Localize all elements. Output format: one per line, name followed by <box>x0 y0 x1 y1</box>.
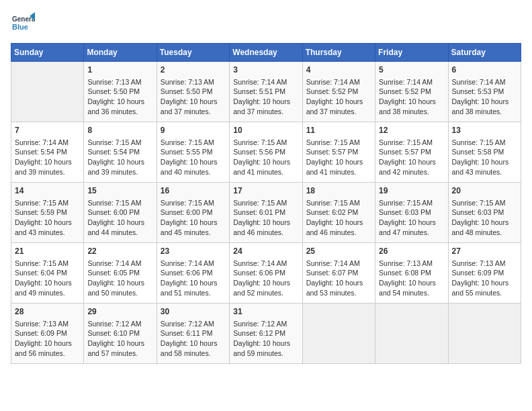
header: General Blue <box>11 11 521 35</box>
day-number: 5 <box>379 64 444 76</box>
day-info: Sunrise: 7:14 AMSunset: 5:54 PMDaylight:… <box>15 138 80 177</box>
calendar-header: SundayMondayTuesdayWednesdayThursdayFrid… <box>11 44 521 62</box>
weekday-header: Saturday <box>448 44 521 62</box>
day-number: 29 <box>87 306 152 318</box>
calendar-cell: 19Sunrise: 7:15 AMSunset: 6:03 PMDayligh… <box>375 183 448 243</box>
calendar-cell: 11Sunrise: 7:15 AMSunset: 5:57 PMDayligh… <box>302 122 375 183</box>
day-info: Sunrise: 7:15 AMSunset: 5:55 PMDaylight:… <box>161 138 226 177</box>
calendar-week-row: 28Sunrise: 7:13 AMSunset: 6:09 PMDayligh… <box>11 304 521 364</box>
day-number: 31 <box>233 306 298 318</box>
calendar-cell: 16Sunrise: 7:15 AMSunset: 6:00 PMDayligh… <box>157 183 229 243</box>
weekday-header: Wednesday <box>230 44 302 62</box>
day-number: 4 <box>306 64 371 76</box>
weekday-header: Tuesday <box>157 44 229 62</box>
calendar-table: SundayMondayTuesdayWednesdayThursdayFrid… <box>11 43 521 364</box>
day-info: Sunrise: 7:12 AMSunset: 6:12 PMDaylight:… <box>233 319 298 359</box>
calendar-cell: 6Sunrise: 7:14 AMSunset: 5:53 PMDaylight… <box>448 62 521 122</box>
weekday-header: Monday <box>84 44 157 62</box>
calendar-week-row: 21Sunrise: 7:15 AMSunset: 6:04 PMDayligh… <box>11 243 521 304</box>
day-info: Sunrise: 7:12 AMSunset: 6:11 PMDaylight:… <box>161 319 226 359</box>
calendar-week-row: 1Sunrise: 7:13 AMSunset: 5:50 PMDaylight… <box>11 62 521 122</box>
day-number: 19 <box>379 185 444 197</box>
day-info: Sunrise: 7:14 AMSunset: 6:05 PMDaylight:… <box>87 259 152 298</box>
day-info: Sunrise: 7:13 AMSunset: 5:50 PMDaylight:… <box>87 77 152 117</box>
calendar-cell: 9Sunrise: 7:15 AMSunset: 5:55 PMDaylight… <box>157 122 229 183</box>
calendar-cell: 31Sunrise: 7:12 AMSunset: 6:12 PMDayligh… <box>230 304 302 364</box>
day-number: 21 <box>15 246 80 257</box>
day-number: 20 <box>452 185 517 197</box>
day-info: Sunrise: 7:15 AMSunset: 5:54 PMDaylight:… <box>87 138 152 177</box>
calendar-cell <box>448 304 521 364</box>
day-number: 22 <box>87 246 152 257</box>
day-number: 11 <box>306 125 371 136</box>
day-info: Sunrise: 7:15 AMSunset: 6:01 PMDaylight:… <box>233 198 298 238</box>
day-info: Sunrise: 7:14 AMSunset: 5:51 PMDaylight:… <box>233 77 298 117</box>
calendar-cell: 30Sunrise: 7:12 AMSunset: 6:11 PMDayligh… <box>157 304 229 364</box>
calendar-cell: 22Sunrise: 7:14 AMSunset: 6:05 PMDayligh… <box>84 243 157 304</box>
day-number: 16 <box>161 185 226 197</box>
calendar-cell: 4Sunrise: 7:14 AMSunset: 5:52 PMDaylight… <box>302 62 375 122</box>
weekday-header: Friday <box>375 44 448 62</box>
day-info: Sunrise: 7:13 AMSunset: 6:09 PMDaylight:… <box>15 319 80 359</box>
calendar-cell: 13Sunrise: 7:15 AMSunset: 5:58 PMDayligh… <box>448 122 521 183</box>
day-info: Sunrise: 7:14 AMSunset: 6:06 PMDaylight:… <box>233 259 298 298</box>
weekday-header: Thursday <box>302 44 375 62</box>
day-number: 2 <box>161 64 226 76</box>
calendar-cell: 18Sunrise: 7:15 AMSunset: 6:02 PMDayligh… <box>302 183 375 243</box>
calendar-cell: 21Sunrise: 7:15 AMSunset: 6:04 PMDayligh… <box>11 243 84 304</box>
day-info: Sunrise: 7:13 AMSunset: 5:50 PMDaylight:… <box>161 77 226 117</box>
day-info: Sunrise: 7:14 AMSunset: 6:06 PMDaylight:… <box>161 259 226 298</box>
calendar-cell: 23Sunrise: 7:14 AMSunset: 6:06 PMDayligh… <box>157 243 229 304</box>
day-info: Sunrise: 7:14 AMSunset: 5:53 PMDaylight:… <box>452 77 517 117</box>
day-info: Sunrise: 7:15 AMSunset: 6:00 PMDaylight:… <box>161 198 226 238</box>
day-number: 14 <box>15 185 80 197</box>
calendar-cell: 1Sunrise: 7:13 AMSunset: 5:50 PMDaylight… <box>84 62 157 122</box>
calendar-week-row: 14Sunrise: 7:15 AMSunset: 5:59 PMDayligh… <box>11 183 521 243</box>
day-number: 25 <box>306 246 371 257</box>
day-info: Sunrise: 7:14 AMSunset: 5:52 PMDaylight:… <box>379 77 444 117</box>
logo-icon: General Blue <box>11 11 35 35</box>
calendar-cell: 17Sunrise: 7:15 AMSunset: 6:01 PMDayligh… <box>230 183 302 243</box>
day-number: 10 <box>233 125 298 136</box>
day-number: 18 <box>306 185 371 197</box>
day-info: Sunrise: 7:14 AMSunset: 6:07 PMDaylight:… <box>306 259 371 298</box>
day-info: Sunrise: 7:15 AMSunset: 5:57 PMDaylight:… <box>306 138 371 177</box>
day-number: 8 <box>87 125 152 136</box>
day-info: Sunrise: 7:15 AMSunset: 5:56 PMDaylight:… <box>233 138 298 177</box>
day-number: 28 <box>15 306 80 318</box>
calendar-cell: 5Sunrise: 7:14 AMSunset: 5:52 PMDaylight… <box>375 62 448 122</box>
day-number: 23 <box>161 246 226 257</box>
calendar-week-row: 7Sunrise: 7:14 AMSunset: 5:54 PMDaylight… <box>11 122 521 183</box>
day-number: 24 <box>233 246 298 257</box>
calendar-cell: 20Sunrise: 7:15 AMSunset: 6:03 PMDayligh… <box>448 183 521 243</box>
day-number: 15 <box>87 185 152 197</box>
calendar-cell: 15Sunrise: 7:15 AMSunset: 6:00 PMDayligh… <box>84 183 157 243</box>
day-info: Sunrise: 7:13 AMSunset: 6:08 PMDaylight:… <box>379 259 444 298</box>
calendar-cell: 28Sunrise: 7:13 AMSunset: 6:09 PMDayligh… <box>11 304 84 364</box>
day-number: 17 <box>233 185 298 197</box>
day-info: Sunrise: 7:15 AMSunset: 5:57 PMDaylight:… <box>379 138 444 177</box>
calendar-cell: 27Sunrise: 7:13 AMSunset: 6:09 PMDayligh… <box>448 243 521 304</box>
calendar-cell: 7Sunrise: 7:14 AMSunset: 5:54 PMDaylight… <box>11 122 84 183</box>
day-number: 1 <box>87 64 152 76</box>
day-number: 30 <box>161 306 226 318</box>
calendar-cell: 14Sunrise: 7:15 AMSunset: 5:59 PMDayligh… <box>11 183 84 243</box>
day-info: Sunrise: 7:13 AMSunset: 6:09 PMDaylight:… <box>452 259 517 298</box>
day-info: Sunrise: 7:15 AMSunset: 6:02 PMDaylight:… <box>306 198 371 238</box>
day-info: Sunrise: 7:15 AMSunset: 6:04 PMDaylight:… <box>15 259 80 298</box>
day-info: Sunrise: 7:15 AMSunset: 5:59 PMDaylight:… <box>15 198 80 238</box>
day-info: Sunrise: 7:12 AMSunset: 6:10 PMDaylight:… <box>87 319 152 359</box>
calendar-cell: 3Sunrise: 7:14 AMSunset: 5:51 PMDaylight… <box>230 62 302 122</box>
day-info: Sunrise: 7:15 AMSunset: 5:58 PMDaylight:… <box>452 138 517 177</box>
calendar-cell <box>11 62 84 122</box>
day-number: 26 <box>379 246 444 257</box>
svg-text:Blue: Blue <box>12 23 28 31</box>
day-number: 27 <box>452 246 517 257</box>
calendar-cell: 29Sunrise: 7:12 AMSunset: 6:10 PMDayligh… <box>84 304 157 364</box>
day-info: Sunrise: 7:15 AMSunset: 6:03 PMDaylight:… <box>379 198 444 238</box>
day-number: 7 <box>15 125 80 136</box>
calendar-cell: 8Sunrise: 7:15 AMSunset: 5:54 PMDaylight… <box>84 122 157 183</box>
day-number: 3 <box>233 64 298 76</box>
day-info: Sunrise: 7:15 AMSunset: 6:03 PMDaylight:… <box>452 198 517 238</box>
calendar-cell: 12Sunrise: 7:15 AMSunset: 5:57 PMDayligh… <box>375 122 448 183</box>
